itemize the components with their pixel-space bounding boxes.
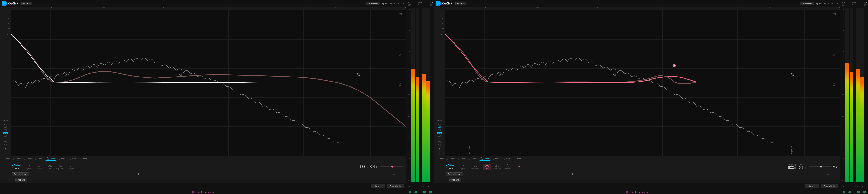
settings-icon-left[interactable]: ⚙ bbox=[397, 2, 399, 5]
digital-option-left[interactable]: Digital bbox=[11, 167, 20, 169]
band-4-btn-left[interactable]: i Band 4 bbox=[34, 157, 45, 160]
gain-slider-thumb-left[interactable] bbox=[391, 166, 393, 167]
band-7-btn-right[interactable]: i Band 7 bbox=[501, 157, 512, 160]
presets-button-right[interactable]: ≡ Presets bbox=[800, 2, 814, 5]
gain-match-btn-left[interactable]: Gain Match bbox=[386, 184, 404, 188]
undo-icon-left[interactable]: ↩ bbox=[390, 2, 392, 5]
highpass-shape-left[interactable]: Highpass bbox=[24, 164, 34, 170]
ch-btn-out-L-left[interactable] bbox=[423, 191, 426, 193]
eq-node-1-right[interactable]: 1 bbox=[499, 73, 502, 76]
highpass-shape-right[interactable]: Highpass bbox=[458, 164, 468, 170]
eq-node-3-left[interactable]: 3 bbox=[179, 73, 183, 76]
band-4-btn-right[interactable]: i Band 4 bbox=[468, 157, 479, 160]
surgical-mode-btn-left[interactable]: Surgical Mode bbox=[11, 172, 29, 176]
side-knob-right[interactable] bbox=[438, 141, 441, 143]
redo-icon-left[interactable]: ↪ bbox=[393, 2, 396, 5]
help-icon-right[interactable]: ? bbox=[834, 2, 835, 5]
digital-option-right[interactable]: Digital bbox=[445, 167, 454, 169]
presets-button-left[interactable]: ≡ Presets bbox=[366, 2, 380, 5]
bell-shape-left[interactable]: Bell bbox=[46, 164, 54, 170]
side-icon2-right[interactable] bbox=[438, 144, 441, 146]
ch-btn-out-R-right[interactable] bbox=[863, 191, 866, 193]
eq-node-1-left[interactable]: 1 bbox=[65, 73, 68, 76]
ch-btn-L-right[interactable] bbox=[843, 191, 845, 193]
band-3-btn-right[interactable]: i Band 3 bbox=[457, 157, 468, 160]
prev-preset-left[interactable]: ◀ bbox=[382, 2, 384, 5]
eq-node-7-left[interactable]: 7 bbox=[357, 73, 360, 76]
freq-label-6k-right: 6k bbox=[769, 7, 771, 9]
bypass-btn-right[interactable]: Bypass bbox=[805, 184, 819, 188]
band-2-btn-right[interactable]: i Band 2 bbox=[446, 157, 457, 160]
settings-icon-right[interactable]: ⚙ bbox=[831, 2, 833, 5]
power-icon-right[interactable]: ✕ bbox=[837, 2, 839, 5]
lowpass-shape-right[interactable]: Lowpass bbox=[504, 164, 513, 170]
gain-display-left: 0.6 dB bbox=[371, 165, 378, 169]
eq-node-3-right[interactable]: 3 bbox=[613, 73, 617, 76]
presets-label-right: Presets bbox=[805, 2, 812, 5]
next-preset-right[interactable]: ▶ bbox=[819, 2, 821, 5]
ch-btn-R-left[interactable] bbox=[414, 191, 417, 193]
loop-icon-left[interactable]: ↺ bbox=[5, 152, 6, 154]
propq-shape-right[interactable]: Proportional Q bbox=[469, 164, 482, 170]
band-2-btn-left[interactable]: i Band 2 bbox=[12, 157, 23, 160]
gain-slider-thumb-right[interactable] bbox=[820, 166, 822, 167]
ch-btn-R-right[interactable] bbox=[848, 191, 851, 193]
eq-node-5-right[interactable]: 5 bbox=[673, 64, 676, 67]
band-5-btn-right[interactable]: i Band 5 bbox=[479, 157, 490, 160]
gain-slider-right[interactable] bbox=[808, 166, 832, 167]
side-icon2-left[interactable] bbox=[4, 144, 7, 146]
band-6-btn-right[interactable]: i Band 6 bbox=[491, 157, 501, 160]
circle-icon-2-right[interactable]: ⚙ bbox=[438, 129, 441, 131]
band-5-btn-left[interactable]: i Band 5 bbox=[45, 157, 56, 160]
bell-shape-right[interactable]: Bell bbox=[483, 164, 491, 170]
preset-name-box-right[interactable]: EQ 1 ✏ bbox=[456, 2, 466, 5]
slider-thumb-left[interactable] bbox=[138, 173, 139, 175]
matching-btn-left[interactable]: Matching bbox=[16, 178, 27, 182]
prev-preset-right[interactable]: ◀ bbox=[816, 2, 818, 5]
lowshelf-shape-left[interactable]: Low Shelf bbox=[35, 164, 45, 170]
ch-btn-L-left[interactable] bbox=[409, 191, 411, 193]
side-knob-left[interactable] bbox=[4, 141, 7, 143]
analog-option-left[interactable]: Analog bbox=[11, 164, 20, 166]
help-side-icon-right[interactable]: ? bbox=[439, 148, 440, 151]
undo-icon-right[interactable]: ↩ bbox=[824, 2, 826, 5]
ch-btn-out-L-right[interactable] bbox=[857, 191, 860, 193]
redo-icon-right[interactable]: ↪ bbox=[827, 2, 830, 5]
highshelf-shape-left[interactable]: High Shelf bbox=[55, 164, 65, 170]
band-8-info-right: i bbox=[514, 158, 516, 160]
band-8-btn-right[interactable]: i Band 8 bbox=[513, 157, 523, 160]
mid-btn-left[interactable]: Mid bbox=[3, 132, 8, 134]
meter-panel-right: ↓ -11.5 -21.0 -216 Peak RMS ↓ -11.4 -20.… bbox=[840, 0, 868, 194]
band-3-btn-left[interactable]: i Band 3 bbox=[23, 157, 34, 160]
bypass-btn-left[interactable]: Bypass bbox=[371, 184, 385, 188]
bandshelf-shape-right[interactable]: Band Shelf bbox=[492, 164, 502, 170]
analog-option-right[interactable]: Analog bbox=[445, 164, 454, 166]
matching-btn-right[interactable]: Matching bbox=[450, 178, 461, 182]
surgical-mode-btn-right[interactable]: Surgical Mode bbox=[445, 172, 463, 176]
band-6-btn-left[interactable]: i Band 6 bbox=[57, 157, 67, 160]
loop-icon-right[interactable]: ↺ bbox=[439, 152, 440, 154]
mid-btn-right[interactable]: Mid bbox=[437, 132, 442, 134]
slider-thumb-right[interactable] bbox=[572, 173, 573, 175]
slider-track-left[interactable] bbox=[31, 174, 388, 174]
preset-name-box-left[interactable]: EQ 1 ✏ bbox=[22, 2, 32, 5]
eq-node-7-right[interactable]: 7 bbox=[791, 73, 794, 76]
power-icon-left[interactable]: ✕ bbox=[403, 2, 405, 5]
circle-icon-2-left[interactable]: ⚙ bbox=[4, 129, 7, 131]
ch-btn-out-R-left[interactable] bbox=[429, 191, 432, 193]
gain-slider-left[interactable] bbox=[380, 166, 403, 167]
band-7-btn-left[interactable]: i Band 7 bbox=[67, 157, 78, 160]
slider-track-right[interactable] bbox=[465, 174, 822, 174]
next-preset-left[interactable]: ▶ bbox=[385, 2, 387, 5]
footer-title-left: Ozone 8 Equalizer bbox=[192, 191, 214, 193]
circle-icon-1-right[interactable] bbox=[438, 126, 441, 128]
circle-icon-1-left[interactable] bbox=[4, 126, 7, 128]
help-icon-left[interactable]: ? bbox=[400, 2, 401, 5]
help-side-icon-left[interactable]: ? bbox=[5, 148, 6, 151]
band-8-btn-left[interactable]: i Band 8 bbox=[79, 157, 89, 160]
lowpass-shape-left[interactable]: Lowpass bbox=[66, 164, 75, 170]
band-1-btn-left[interactable]: i Band 1 bbox=[1, 157, 11, 160]
ozone-icon-left bbox=[2, 1, 7, 6]
gain-match-btn-right[interactable]: Gain Match bbox=[820, 184, 838, 188]
band-1-btn-right[interactable]: i Band 1 bbox=[435, 157, 445, 160]
